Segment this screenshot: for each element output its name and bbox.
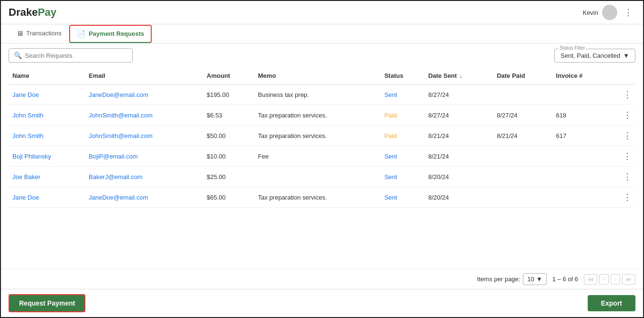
cell-invoice-0 [552,85,609,105]
row-menu-button-5[interactable]: ⋮ [609,187,635,208]
search-icon: 🔍 [14,52,22,59]
user-name: Kevin [582,9,598,16]
cell-amount-5: $65.00 [203,187,254,208]
cell-date-sent-5: 8/20/24 [425,187,493,208]
col-date-sent[interactable]: Date Sent ↓ [425,67,493,85]
cell-name-4[interactable]: Joe Baker [9,167,85,187]
row-menu-button-1[interactable]: ⋮ [609,105,635,126]
tab-payment-requests-label: Payment Requests [89,30,144,37]
nav-tabs: 🖥 Transactions 📄 Payment Requests [1,24,643,43]
per-page-value: 10 [527,276,534,283]
cell-memo-1: Tax preparation services. [254,105,381,126]
export-button[interactable]: Export [588,295,635,311]
table-row: John Smith JohnSmith@email.com $50.00 Ta… [9,126,635,146]
pagination-bar: Items per page: 10 ▼ 1 – 6 of 6 ⏮ ‹ › ⏭ [1,269,643,289]
cell-name-2[interactable]: John Smith [9,126,85,146]
cell-email-2[interactable]: JohnSmith@email.com [85,126,203,146]
cell-email-3[interactable]: BojiP@email.com [85,146,203,167]
footer: Request Payment Export [1,289,643,317]
first-page-button[interactable]: ⏮ [584,274,597,285]
cell-name-3[interactable]: Boji Philansky [9,146,85,167]
cell-status-5: Sent [381,187,425,208]
page-nav: ⏮ ‹ › ⏭ [584,274,635,285]
search-box[interactable]: 🔍 [9,48,133,63]
cell-status-4: Sent [381,167,425,187]
cell-invoice-1: 618 [552,105,609,126]
table-row: John Smith JohnSmith@email.com $6.53 Tax… [9,105,635,126]
kebab-menu-icon[interactable]: ⋮ [621,6,635,19]
tab-transactions[interactable]: 🖥 Transactions [9,24,69,43]
cell-email-5[interactable]: JaneDoe@email.com [85,187,203,208]
col-email: Email [85,67,203,85]
table-row: Boji Philansky BojiP@email.com $10.00 Fe… [9,146,635,167]
table-row: Jane Doe JaneDoe@email.com $195.00 Busin… [9,85,635,105]
per-page-select[interactable]: 10 ▼ [523,273,546,285]
items-per-page-label: Items per page: [477,276,520,283]
cell-date-paid-4 [493,167,552,187]
tab-payment-requests[interactable]: 📄 Payment Requests [69,25,152,43]
cell-date-paid-3 [493,146,552,167]
header-right: Kevin ⋮ [582,5,635,20]
row-menu-button-2[interactable]: ⋮ [609,126,635,146]
col-amount: Amount [203,67,254,85]
transactions-icon: 🖥 [16,29,23,37]
cell-amount-4: $25.00 [203,167,254,187]
cell-invoice-5 [552,187,609,208]
tab-transactions-label: Transactions [26,30,62,37]
row-menu-button-3[interactable]: ⋮ [609,146,635,167]
cell-name-1[interactable]: John Smith [9,105,85,126]
cell-invoice-4 [552,167,609,187]
col-invoice: Invoice # [552,67,609,85]
cell-email-4[interactable]: BakerJ@email.com [85,167,203,187]
table-row: Jane Doe JaneDoe@email.com $65.00 Tax pr… [9,187,635,208]
col-actions [609,67,635,85]
status-filter-label: Status Filter [559,45,586,51]
cell-amount-0: $195.00 [203,85,254,105]
cell-date-paid-2: 8/21/24 [493,126,552,146]
toolbar: 🔍 Status Filter Sent, Paid, Cancelled ▼ [1,43,643,67]
logo-drake: Drake [9,6,38,18]
cell-date-paid-0 [493,85,552,105]
per-page-dropdown-icon: ▼ [536,276,542,283]
cell-memo-2: Tax preparation services. [254,126,381,146]
cell-status-2: Paid [381,126,425,146]
col-date-paid: Date Paid [493,67,552,85]
cell-email-0[interactable]: JaneDoe@email.com [85,85,203,105]
logo-pay: Pay [38,6,56,18]
prev-page-button[interactable]: ‹ [599,274,609,285]
col-name: Name [9,67,85,85]
cell-date-sent-2: 8/21/24 [425,126,493,146]
table-header-row: Name Email Amount Memo Status Date Sent … [9,67,635,85]
col-memo: Memo [254,67,381,85]
cell-memo-3: Fee [254,146,381,167]
payment-requests-icon: 📄 [77,30,86,38]
last-page-button[interactable]: ⏭ [622,274,635,285]
cell-memo-5: Tax preparation services. [254,187,381,208]
dropdown-arrow-icon: ▼ [623,52,629,59]
cell-name-5[interactable]: Jane Doe [9,187,85,208]
cell-amount-3: $10.00 [203,146,254,167]
row-menu-button-0[interactable]: ⋮ [609,85,635,105]
cell-date-paid-5 [493,187,552,208]
status-filter-wrap[interactable]: Status Filter Sent, Paid, Cancelled ▼ [554,49,635,63]
row-menu-button-4[interactable]: ⋮ [609,167,635,187]
logo: DrakePay [9,6,56,19]
cell-status-1: Paid [381,105,425,126]
search-input[interactable] [25,52,127,59]
payment-requests-table: Name Email Amount Memo Status Date Sent … [9,67,635,208]
next-page-button[interactable]: › [611,274,620,285]
avatar [602,5,617,20]
cell-name-0[interactable]: Jane Doe [9,85,85,105]
cell-invoice-2: 617 [552,126,609,146]
cell-date-sent-3: 8/21/24 [425,146,493,167]
cell-email-1[interactable]: JohnSmith@email.com [85,105,203,126]
request-payment-button[interactable]: Request Payment [9,294,85,312]
cell-amount-1: $6.53 [203,105,254,126]
header: DrakePay Kevin ⋮ [1,1,643,24]
cell-amount-2: $50.00 [203,126,254,146]
status-filter-select[interactable]: Sent, Paid, Cancelled ▼ [561,52,629,59]
cell-date-sent-4: 8/20/24 [425,167,493,187]
cell-memo-0: Business tax prep. [254,85,381,105]
cell-status-0: Sent [381,85,425,105]
cell-date-paid-1: 8/27/24 [493,105,552,126]
